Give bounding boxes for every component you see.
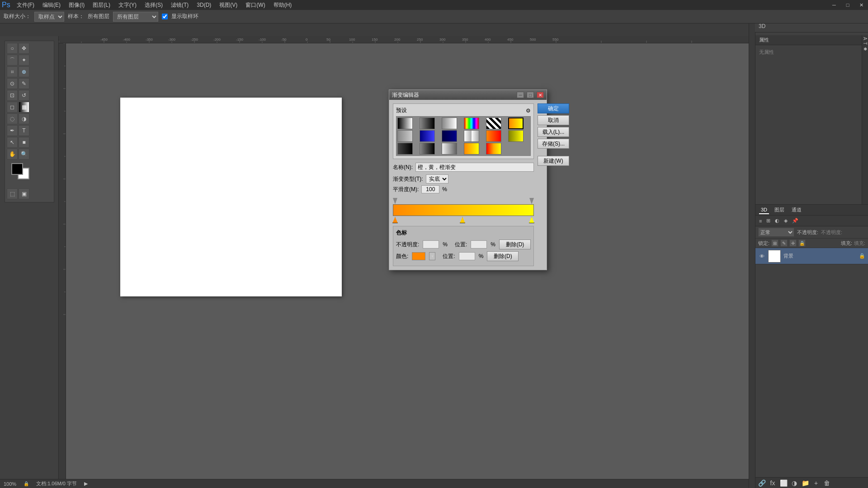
text-tool[interactable]: T [19, 125, 29, 136]
history-brush-tool[interactable]: ↺ [19, 90, 29, 101]
color-stop-swatch[interactable] [412, 252, 425, 260]
show-sample-checkbox[interactable] [162, 14, 168, 19]
preset-item-13[interactable] [420, 143, 435, 155]
eraser-tool[interactable]: ◻ [7, 102, 18, 113]
menu-filter[interactable]: 滤镜(T) [167, 0, 192, 10]
menu-text[interactable]: 文字(Y) [115, 0, 140, 10]
menu-file[interactable]: 文件(F) [13, 0, 38, 10]
gradient-name-input[interactable] [415, 163, 534, 172]
delete-layer-button[interactable]: 🗑 [822, 479, 831, 488]
menu-view[interactable]: 视图(V) [216, 0, 241, 10]
add-style-button[interactable]: fx [768, 479, 777, 488]
lock-transparency-icon[interactable]: ⊞ [771, 239, 778, 247]
preset-item-2[interactable] [442, 117, 457, 129]
healing-brush-tool[interactable]: ⊙ [7, 78, 18, 89]
add-adjustment-button[interactable]: ◑ [790, 479, 799, 488]
load-button[interactable]: 载入(L)... [538, 127, 569, 137]
properties-icon-1[interactable]: A [863, 37, 868, 40]
path-selection-tool[interactable]: ↖ [7, 137, 18, 148]
screen-mode-tool[interactable]: ▣ [19, 188, 29, 199]
minimize-button[interactable]: ─ [827, 0, 841, 10]
crop-tool[interactable]: ⌗ [7, 66, 18, 77]
confirm-button[interactable]: 确定 [538, 103, 569, 113]
menu-edit[interactable]: 编辑(E) [39, 0, 64, 10]
preset-gear-icon[interactable]: ⚙ [526, 108, 531, 114]
layer-visibility-icon[interactable]: 👁 [758, 253, 765, 260]
menu-help[interactable]: 帮助(H) [270, 0, 296, 10]
cancel-button[interactable]: 取消 [538, 115, 569, 125]
color-stop-right[interactable] [529, 217, 534, 223]
brush-tool[interactable]: ✎ [19, 78, 29, 89]
layer-filter-toggle[interactable]: ≡ [757, 218, 764, 224]
preset-item-6[interactable] [397, 130, 413, 142]
smooth-value-input[interactable] [421, 185, 439, 193]
opacity-stop-right[interactable] [529, 198, 534, 204]
delete-stop-btn-1[interactable]: 删除(D) [499, 239, 531, 249]
save-button[interactable]: 存储(S)... [538, 139, 569, 149]
opacity-stop-left[interactable] [393, 198, 397, 204]
tab-3d[interactable]: 3D [759, 206, 769, 214]
layer-smart-icon[interactable]: ◈ [782, 217, 789, 224]
properties-icon-3[interactable]: ✱ [863, 47, 868, 52]
magic-wand-tool[interactable]: ✦ [19, 55, 29, 66]
restore-button[interactable]: □ [841, 0, 854, 10]
gradient-bar[interactable] [393, 204, 534, 216]
gradient-tool[interactable]: ▦ [19, 102, 29, 113]
preset-item-4[interactable] [486, 117, 501, 129]
pen-tool[interactable]: ✒ [7, 125, 18, 136]
preset-item-14[interactable] [442, 143, 457, 155]
preset-item-11[interactable] [508, 130, 524, 142]
preset-item-12[interactable] [397, 143, 413, 155]
gradient-editor-restore[interactable]: □ [527, 92, 534, 98]
close-button[interactable]: ✕ [854, 0, 868, 10]
preset-item-5[interactable] [508, 117, 524, 129]
stamp-tool[interactable]: ⊡ [7, 90, 18, 101]
blur-tool[interactable]: ◌ [7, 113, 18, 124]
ellipse-marquee-tool[interactable]: ○ [7, 43, 18, 54]
add-group-button[interactable]: 📁 [801, 479, 810, 488]
preset-item-10[interactable] [486, 130, 501, 142]
tab-channels[interactable]: 通道 [790, 206, 803, 214]
properties-icon-2[interactable]: T [863, 42, 868, 45]
gradient-editor-close[interactable]: ✕ [537, 92, 544, 98]
move-tool[interactable]: ✥ [19, 43, 29, 54]
preset-item-15[interactable] [464, 143, 479, 155]
color-stop-arrow[interactable]: ▼ [429, 252, 435, 260]
gradient-type-select[interactable]: 实底 [426, 174, 448, 183]
shape-tool[interactable]: ■ [19, 137, 29, 148]
hand-tool[interactable]: ✋ [7, 149, 18, 160]
menu-3d[interactable]: 3D(D) [193, 1, 215, 9]
zoom-tool[interactable]: 🔍 [19, 149, 29, 160]
lock-all-icon[interactable]: 🔒 [798, 239, 806, 247]
add-mask-button[interactable]: ⬜ [779, 479, 788, 488]
new-layer-button[interactable]: + [811, 479, 821, 488]
color-stop-mid[interactable] [460, 217, 465, 223]
menu-layer[interactable]: 图层(L) [89, 0, 114, 10]
preset-item-0[interactable] [397, 117, 413, 129]
link-layers-button[interactable]: 🔗 [757, 479, 766, 488]
foreground-color-swatch[interactable] [11, 163, 23, 175]
preset-item-3[interactable] [464, 117, 479, 129]
dodge-tool[interactable]: ◑ [19, 113, 29, 124]
eyedropper-tool[interactable]: ⊕ [19, 66, 29, 77]
layer-pin-icon[interactable]: 📌 [790, 217, 800, 224]
preset-item-7[interactable] [420, 130, 435, 142]
menu-window[interactable]: 窗口(W) [242, 0, 269, 10]
new-button[interactable]: 新建(W) [538, 156, 569, 166]
opacity-stop-input[interactable] [423, 240, 439, 249]
color-stop-left[interactable] [392, 217, 398, 223]
layer-adjustment-icon[interactable]: ◐ [773, 217, 781, 224]
menu-image[interactable]: 图像(I) [65, 0, 88, 10]
preset-item-1[interactable] [420, 117, 435, 129]
lock-position-icon[interactable]: ✛ [789, 239, 797, 247]
brush-size-select[interactable]: 取样点 [34, 12, 64, 22]
tab-layers[interactable]: 图层 [773, 206, 786, 214]
position-input-1[interactable] [471, 240, 487, 249]
layer-kind-icon[interactable]: ⊞ [764, 217, 772, 224]
menu-select[interactable]: 选择(S) [141, 0, 166, 10]
layer-item-background[interactable]: 👁 背景 🔒 [755, 248, 868, 264]
quick-mask-tool[interactable]: ⬚ [7, 188, 18, 199]
sample-select[interactable]: 所有图层 [113, 12, 158, 22]
lasso-tool[interactable]: ⌒ [7, 55, 18, 66]
preset-item-8[interactable] [442, 130, 457, 142]
